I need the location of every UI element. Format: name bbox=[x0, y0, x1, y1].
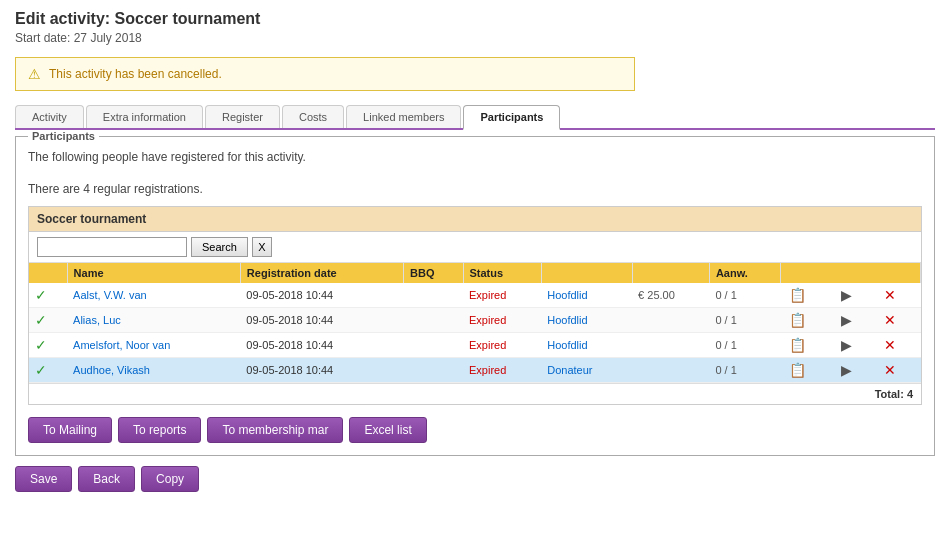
name-link[interactable]: Aalst, V.W. van bbox=[73, 289, 147, 301]
check-icon: ✓ bbox=[35, 337, 47, 353]
row-delete[interactable]: ✕ bbox=[876, 283, 921, 308]
excel-list-button[interactable]: Excel list bbox=[349, 417, 426, 443]
tabs-bar: Activity Extra information Register Cost… bbox=[15, 105, 935, 130]
status-badge: Expired bbox=[469, 289, 506, 301]
edit-icon[interactable]: 📋 bbox=[789, 337, 806, 353]
row-bbq bbox=[404, 283, 463, 308]
tab-participants[interactable]: Participants bbox=[463, 105, 560, 130]
aanw-value: 0 / 1 bbox=[715, 289, 736, 301]
table-row: ✓ Audhoe, Vikash 09-05-2018 10:44 Expire… bbox=[29, 358, 921, 383]
edit-icon[interactable]: 📋 bbox=[789, 312, 806, 328]
name-link[interactable]: Alias, Luc bbox=[73, 314, 121, 326]
col-reg-date: Registration date bbox=[240, 263, 403, 283]
member-type-link[interactable]: Hoofdlid bbox=[547, 314, 587, 326]
row-status: Expired bbox=[463, 308, 541, 333]
search-button[interactable]: Search bbox=[191, 237, 248, 257]
delete-icon[interactable]: ✕ bbox=[884, 312, 896, 328]
page-title: Edit activity: Soccer tournament bbox=[15, 10, 935, 28]
col-actions bbox=[781, 263, 921, 283]
bottom-buttons: To Mailing To reports To membership mar … bbox=[28, 417, 922, 443]
row-status: Expired bbox=[463, 283, 541, 308]
row-edit[interactable]: 📋 bbox=[781, 308, 833, 333]
to-reports-button[interactable]: To reports bbox=[118, 417, 201, 443]
row-edit[interactable]: 📋 bbox=[781, 358, 833, 383]
arrow-icon[interactable]: ▶ bbox=[841, 312, 852, 328]
aanw-value: 0 / 1 bbox=[715, 314, 736, 326]
tab-costs[interactable]: Costs bbox=[282, 105, 344, 128]
row-reg-date: 09-05-2018 10:44 bbox=[240, 333, 403, 358]
search-row: Search X bbox=[29, 232, 921, 263]
row-price bbox=[632, 358, 709, 383]
participants-legend: Participants bbox=[28, 130, 99, 142]
row-member-type: Donateur bbox=[541, 358, 632, 383]
total-row: Total: 4 bbox=[29, 383, 921, 404]
row-member-type: Hoofdlid bbox=[541, 308, 632, 333]
tab-extra-information[interactable]: Extra information bbox=[86, 105, 203, 128]
participants-count: There are 4 regular registrations. bbox=[28, 182, 922, 196]
row-aanw: 0 / 1 bbox=[709, 333, 780, 358]
row-delete[interactable]: ✕ bbox=[876, 333, 921, 358]
arrow-icon[interactable]: ▶ bbox=[841, 362, 852, 378]
search-input[interactable] bbox=[37, 237, 187, 257]
page-subtitle: Start date: 27 July 2018 bbox=[15, 31, 935, 45]
row-aanw: 0 / 1 bbox=[709, 283, 780, 308]
row-check: ✓ bbox=[29, 283, 67, 308]
row-edit[interactable]: 📋 bbox=[781, 333, 833, 358]
warning-box: ⚠ This activity has been cancelled. bbox=[15, 57, 635, 91]
tab-linked-members[interactable]: Linked members bbox=[346, 105, 461, 128]
member-type-link[interactable]: Donateur bbox=[547, 364, 592, 376]
clear-search-button[interactable]: X bbox=[252, 237, 272, 257]
status-badge: Expired bbox=[469, 339, 506, 351]
table-row: ✓ Amelsfort, Noor van 09-05-2018 10:44 E… bbox=[29, 333, 921, 358]
row-arrow[interactable]: ▶ bbox=[833, 283, 876, 308]
col-member-type bbox=[541, 263, 632, 283]
row-reg-date: 09-05-2018 10:44 bbox=[240, 358, 403, 383]
name-link[interactable]: Audhoe, Vikash bbox=[73, 364, 150, 376]
arrow-icon[interactable]: ▶ bbox=[841, 287, 852, 303]
back-button[interactable]: Back bbox=[78, 466, 135, 492]
participants-table-box: Soccer tournament Search X Name Registra… bbox=[28, 206, 922, 405]
col-check bbox=[29, 263, 67, 283]
edit-icon[interactable]: 📋 bbox=[789, 362, 806, 378]
delete-icon[interactable]: ✕ bbox=[884, 362, 896, 378]
table-row: ✓ Alias, Luc 09-05-2018 10:44 Expired Ho… bbox=[29, 308, 921, 333]
aanw-value: 0 / 1 bbox=[715, 364, 736, 376]
row-status: Expired bbox=[463, 333, 541, 358]
edit-icon[interactable]: 📋 bbox=[789, 287, 806, 303]
row-price bbox=[632, 333, 709, 358]
to-mailing-button[interactable]: To Mailing bbox=[28, 417, 112, 443]
tab-register[interactable]: Register bbox=[205, 105, 280, 128]
row-name: Alias, Luc bbox=[67, 308, 240, 333]
row-arrow[interactable]: ▶ bbox=[833, 308, 876, 333]
row-edit[interactable]: 📋 bbox=[781, 283, 833, 308]
row-arrow[interactable]: ▶ bbox=[833, 333, 876, 358]
aanw-value: 0 / 1 bbox=[715, 339, 736, 351]
arrow-icon[interactable]: ▶ bbox=[841, 337, 852, 353]
warning-text: This activity has been cancelled. bbox=[49, 67, 222, 81]
col-name: Name bbox=[67, 263, 240, 283]
row-member-type: Hoofdlid bbox=[541, 333, 632, 358]
delete-icon[interactable]: ✕ bbox=[884, 337, 896, 353]
participants-table: Name Registration date BBQ Status Aanw. … bbox=[29, 263, 921, 383]
participants-desc1: The following people have registered for… bbox=[28, 150, 922, 164]
check-icon: ✓ bbox=[35, 312, 47, 328]
check-icon: ✓ bbox=[35, 287, 47, 303]
row-reg-date: 09-05-2018 10:44 bbox=[240, 308, 403, 333]
row-price bbox=[632, 308, 709, 333]
status-badge: Expired bbox=[469, 314, 506, 326]
row-arrow[interactable]: ▶ bbox=[833, 358, 876, 383]
name-link[interactable]: Amelsfort, Noor van bbox=[73, 339, 170, 351]
copy-button[interactable]: Copy bbox=[141, 466, 199, 492]
member-type-link[interactable]: Hoofdlid bbox=[547, 289, 587, 301]
tab-activity[interactable]: Activity bbox=[15, 105, 84, 128]
row-bbq bbox=[404, 308, 463, 333]
save-button[interactable]: Save bbox=[15, 466, 72, 492]
member-type-link[interactable]: Hoofdlid bbox=[547, 339, 587, 351]
delete-icon[interactable]: ✕ bbox=[884, 287, 896, 303]
row-delete[interactable]: ✕ bbox=[876, 308, 921, 333]
row-delete[interactable]: ✕ bbox=[876, 358, 921, 383]
check-icon: ✓ bbox=[35, 362, 47, 378]
to-membership-button[interactable]: To membership mar bbox=[207, 417, 343, 443]
row-name: Amelsfort, Noor van bbox=[67, 333, 240, 358]
row-name: Audhoe, Vikash bbox=[67, 358, 240, 383]
